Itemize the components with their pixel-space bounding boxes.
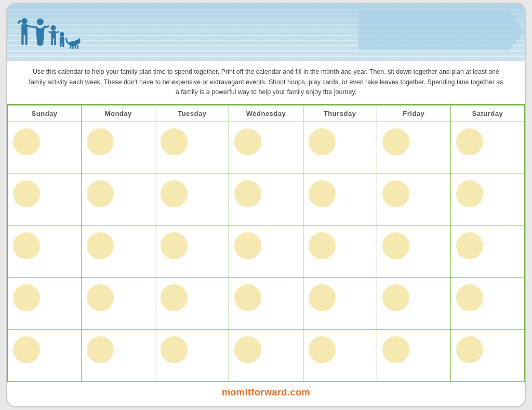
- calendar-cell[interactable]: [155, 277, 229, 329]
- calendar-cell[interactable]: [450, 329, 524, 381]
- table-row: [8, 122, 525, 174]
- date-dot: [13, 232, 40, 259]
- calendar-cell[interactable]: [229, 174, 303, 226]
- col-wednesday: Wednesday: [229, 105, 303, 122]
- date-dot: [456, 232, 483, 259]
- svg-rect-23: [75, 45, 76, 49]
- date-dot: [161, 232, 188, 259]
- calendar-cell[interactable]: [229, 329, 303, 381]
- calendar-cell[interactable]: [377, 329, 450, 381]
- svg-rect-2: [21, 35, 23, 45]
- calendar-cell[interactable]: [82, 329, 155, 381]
- svg-point-6: [37, 19, 44, 25]
- svg-rect-24: [77, 45, 78, 49]
- date-dot: [234, 232, 261, 259]
- table-row: [8, 277, 525, 329]
- table-row: [8, 329, 525, 381]
- calendar-cell[interactable]: [155, 174, 229, 226]
- date-dot: [456, 128, 483, 155]
- svg-rect-10: [51, 31, 56, 39]
- svg-rect-21: [70, 45, 71, 49]
- svg-point-9: [51, 25, 56, 31]
- calendar-cell[interactable]: [377, 122, 450, 174]
- calendar-cell[interactable]: [82, 122, 155, 174]
- table-row: [8, 226, 525, 277]
- svg-rect-14: [56, 31, 59, 34]
- date-dot: [13, 180, 40, 207]
- calendar-cell[interactable]: [82, 277, 155, 329]
- calendar-cell[interactable]: [303, 174, 377, 226]
- calendar-cell[interactable]: [229, 122, 303, 174]
- calendar-cell[interactable]: [303, 122, 377, 174]
- date-dot: [309, 284, 336, 311]
- date-dot: [309, 336, 336, 363]
- svg-rect-22: [72, 45, 74, 49]
- date-dot: [382, 284, 409, 311]
- svg-point-26: [79, 42, 81, 44]
- date-dot: [309, 128, 336, 155]
- calendar-cell[interactable]: [303, 226, 377, 277]
- table-row: [8, 174, 525, 226]
- svg-rect-7: [31, 25, 37, 29]
- date-dot: [87, 180, 114, 207]
- col-thursday: Thursday: [303, 105, 377, 122]
- date-dot: [382, 336, 409, 363]
- footer-website: momitforward.com: [7, 382, 525, 401]
- svg-rect-18: [62, 43, 64, 47]
- date-dot: [456, 284, 483, 311]
- calendar-cell[interactable]: [8, 174, 82, 226]
- date-dot: [161, 180, 188, 207]
- date-dot: [309, 180, 336, 207]
- date-dot: [161, 284, 188, 311]
- date-dot: [234, 128, 261, 155]
- calendar-header-row: Sunday Monday Tuesday Wednesday Thursday…: [8, 105, 525, 122]
- date-dot: [234, 180, 261, 207]
- calendar-cell[interactable]: [8, 277, 82, 329]
- calendar-cell[interactable]: [8, 329, 82, 381]
- date-dot: [13, 128, 40, 155]
- col-friday: Friday: [377, 105, 450, 122]
- svg-rect-17: [60, 43, 62, 47]
- family-silhouette: [18, 9, 85, 58]
- calendar-cell[interactable]: [377, 226, 450, 277]
- date-dot: [87, 284, 114, 311]
- col-monday: Monday: [82, 105, 155, 122]
- header-pennant: [358, 11, 525, 50]
- svg-rect-12: [54, 38, 56, 46]
- date-dot: [87, 232, 114, 259]
- col-tuesday: Tuesday: [155, 105, 229, 122]
- calendar-cell[interactable]: [450, 226, 524, 277]
- date-dot: [456, 336, 483, 363]
- calendar-cell[interactable]: [229, 226, 303, 277]
- calendar-cell[interactable]: [377, 277, 450, 329]
- calendar-cell[interactable]: [82, 174, 155, 226]
- date-dot: [382, 232, 409, 259]
- calendar-cell[interactable]: [450, 122, 524, 174]
- date-dot: [87, 336, 114, 363]
- calendar-cell[interactable]: [8, 122, 82, 174]
- date-dot: [382, 128, 409, 155]
- calendar-cell[interactable]: [303, 277, 377, 329]
- date-dot: [382, 180, 409, 207]
- svg-rect-8: [44, 25, 49, 29]
- description-text: Use this calendar to help your family pl…: [7, 61, 525, 104]
- calendar-cell[interactable]: [155, 329, 229, 381]
- svg-rect-16: [60, 37, 64, 44]
- svg-rect-4: [18, 20, 21, 25]
- svg-rect-3: [25, 35, 27, 45]
- calendar-cell[interactable]: [450, 277, 524, 329]
- calendar-cell[interactable]: [8, 226, 82, 277]
- date-dot: [87, 128, 114, 155]
- svg-point-0: [21, 18, 28, 24]
- calendar-cell[interactable]: [155, 122, 229, 174]
- calendar-cell[interactable]: [450, 174, 524, 226]
- date-dot: [13, 336, 40, 363]
- calendar-cell[interactable]: [377, 174, 450, 226]
- calendar-cell[interactable]: [229, 277, 303, 329]
- calendar-cell[interactable]: [155, 226, 229, 277]
- date-dot: [161, 336, 188, 363]
- calendar-cell[interactable]: [82, 226, 155, 277]
- date-dot: [456, 180, 483, 207]
- calendar-table: Sunday Monday Tuesday Wednesday Thursday…: [7, 105, 525, 382]
- calendar-cell[interactable]: [303, 329, 377, 381]
